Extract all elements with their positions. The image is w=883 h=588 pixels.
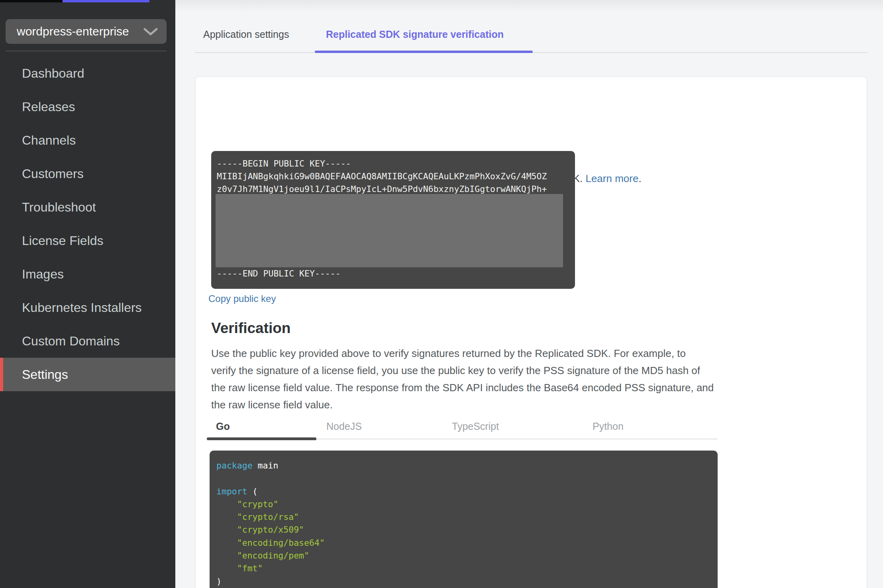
verification-paragraph-line: Use the public key provided above to ver… [211,345,714,362]
app-selector-value: wordpress-enterprise [17,19,129,44]
active-tab-underline [315,51,533,53]
code-line: "encoding/pem" [216,549,718,562]
verification-heading: Verification [211,320,290,337]
copy-public-key-link[interactable]: Copy public key [208,293,276,304]
code-line: ) [216,575,718,588]
settings-card: Signature verification is only applicabl… [195,76,867,588]
verification-paragraph-line: the raw license field value. [211,396,714,414]
code-active-tab-underline [207,437,316,440]
verification-paragraph-line: verify the signature of a license field,… [211,362,714,379]
sidebar-item-channels[interactable]: Channels [0,123,175,157]
go-code-block: package main import ( "crypto" "crypto/r… [210,451,718,588]
app-selector-dropdown[interactable]: wordpress-enterprise [6,19,167,44]
code-tab-go[interactable]: Go [216,421,230,432]
code-line: "crypto/rsa" [216,511,718,523]
tab-replicated-sdk-signature-verification[interactable]: Replicated SDK signature verification [326,29,504,40]
sidebar-item-customers[interactable]: Customers [0,157,175,190]
main-area: Application settings Replicated SDK sign… [175,0,883,588]
sidebar-nav: DashboardReleasesChannelsCustomersTroubl… [0,57,175,391]
public-key-redacted-region [216,194,563,267]
sidebar-divider [6,51,167,51]
tab-application-settings[interactable]: Application settings [203,29,289,40]
window-top-strip [0,0,883,2]
chevron-down-icon [143,28,158,37]
sidebar-item-troubleshoot[interactable]: Troubleshoot [0,190,175,224]
public-key-line: MIIBIjANBgkqhkiG9w0BAQEFAAOCAQ8AMIIBCgKC… [217,170,547,183]
public-key-block: -----BEGIN PUBLIC KEY----- MIIBIjANBgkqh… [211,151,575,289]
sidebar-item-images[interactable]: Images [0,257,175,291]
code-line: import ( [216,485,718,498]
sidebar-item-custom-domains[interactable]: Custom Domains [0,324,175,358]
code-tab-python[interactable]: Python [593,421,624,432]
verification-paragraph-line: the raw license field value. The respons… [211,379,714,396]
sidebar-item-settings[interactable]: Settings [0,358,175,391]
code-tab-typescript[interactable]: TypeScript [452,421,499,432]
sidebar-item-releases[interactable]: Releases [0,90,175,123]
verification-paragraph: Use the public key provided above to ver… [211,345,714,414]
public-key-end-line: -----END PUBLIC KEY----- [217,267,341,280]
public-key-begin-line: -----BEGIN PUBLIC KEY----- [217,157,547,170]
top-strip-dark-segment [0,0,63,2]
code-line: "crypto" [216,498,718,511]
top-strip-sidebar-segment [149,0,175,2]
sidebar-item-license-fields[interactable]: License Fields [0,224,175,257]
learn-more-link[interactable]: Learn more [585,172,638,184]
code-line [216,472,718,485]
intro-text-after: . [638,172,641,184]
sidebar-item-kubernetes-installers[interactable]: Kubernetes Installers [0,291,175,324]
top-strip-blue-segment [63,0,149,2]
code-line: package main [216,459,718,472]
sidebar: wordpress-enterprise DashboardReleasesCh… [0,0,175,588]
code-line: "crypto/x509" [216,523,718,536]
code-line: "encoding/base64" [216,537,718,549]
sidebar-item-dashboard[interactable]: Dashboard [0,57,175,90]
code-tab-nodejs[interactable]: NodeJS [326,421,362,432]
code-line: "fmt" [216,562,718,575]
